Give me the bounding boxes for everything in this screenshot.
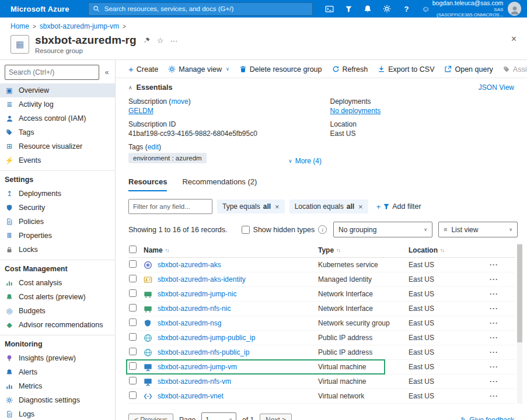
cloud-shell-icon[interactable]: [324, 4, 334, 13]
help-icon[interactable]: [402, 4, 411, 13]
scrollbar-thumb[interactable]: [517, 244, 522, 342]
row-checkbox[interactable]: [129, 377, 137, 384]
table-row[interactable]: sbxbot-azuredm-jump-public_ip Public IP …: [128, 331, 515, 345]
sidebar-item-events[interactable]: Events: [0, 153, 115, 167]
sidebar-item-locks[interactable]: Locks: [0, 243, 115, 257]
tag-chip[interactable]: environment : azuredm: [128, 153, 207, 163]
refresh-button[interactable]: Refresh: [332, 65, 368, 74]
sidebar-item-insights[interactable]: Insights (preview): [0, 351, 115, 365]
row-checkbox[interactable]: [129, 333, 137, 341]
row-actions-ellipsis[interactable]: [490, 261, 515, 269]
edit-tags-link[interactable]: edit: [148, 143, 159, 151]
more-expander[interactable]: More (4): [288, 157, 322, 165]
filter-pill-location[interactable]: Location equals all: [289, 200, 368, 214]
row-actions-ellipsis[interactable]: [490, 304, 515, 313]
tab-recommendations[interactable]: Recommendations (2): [182, 177, 257, 191]
sidebar-item-advisor-cost[interactable]: Advisor recommendations: [0, 318, 115, 332]
table-row[interactable]: sbxbot-azuredm-aks-identity Managed Iden…: [128, 272, 515, 287]
remove-filter-icon[interactable]: [358, 203, 363, 211]
table-row-highlighted[interactable]: sbxbot-azuredm-jump-vm Virtual machine E…: [128, 360, 515, 374]
table-row[interactable]: sbxbot-azuredm-nfs-vm Virtual machine Ea…: [128, 374, 515, 389]
favorite-star-icon[interactable]: [157, 37, 164, 44]
column-header-type[interactable]: Type: [318, 246, 409, 254]
sidebar-item-security[interactable]: Security: [0, 201, 115, 215]
global-search-input[interactable]: [103, 5, 309, 13]
account-info[interactable]: bogdan.teleuca@sas.com SAS (SASOFFICE365…: [430, 0, 503, 18]
give-feedback-link[interactable]: Give feedback: [460, 416, 514, 420]
show-hidden-types-checkbox[interactable]: [242, 226, 250, 234]
info-icon[interactable]: [318, 225, 327, 234]
json-view-link[interactable]: JSON View: [479, 83, 514, 92]
close-blade-icon[interactable]: [511, 34, 516, 44]
breadcrumb-home[interactable]: Home: [11, 22, 29, 30]
previous-page-button[interactable]: < Previous: [128, 414, 173, 420]
resource-link[interactable]: sbxbot-azuredm-vnet: [158, 392, 318, 400]
sidebar-item-access-control[interactable]: Access control (IAM): [0, 111, 115, 125]
sidebar-item-deployments[interactable]: Deployments: [0, 187, 115, 201]
grouping-select[interactable]: No grouping: [333, 222, 432, 237]
deployments-link[interactable]: No deployments: [330, 107, 381, 115]
settings-gear-icon[interactable]: [382, 4, 392, 13]
subscription-link[interactable]: GELDM: [128, 107, 153, 115]
page-number-select[interactable]: 1: [201, 412, 236, 420]
add-filter-button[interactable]: Add filter: [376, 202, 421, 211]
assign-tags-button[interactable]: Assign tags: [503, 65, 527, 74]
create-button[interactable]: Create: [128, 65, 158, 74]
row-actions-ellipsis[interactable]: [490, 392, 515, 400]
sidebar-item-overview[interactable]: Overview: [0, 83, 115, 97]
collapse-essentials-icon[interactable]: [128, 85, 132, 90]
sidebar-item-properties[interactable]: Properties: [0, 229, 115, 243]
sidebar-item-alerts[interactable]: Alerts: [0, 365, 115, 379]
pin-icon[interactable]: [143, 37, 151, 44]
row-actions-ellipsis[interactable]: [490, 334, 515, 342]
column-header-location[interactable]: Location: [409, 246, 490, 254]
row-actions-ellipsis[interactable]: [490, 363, 515, 371]
filter-input[interactable]: [128, 199, 212, 214]
table-row[interactable]: sbxbot-azuredm-vnet Virtual network East…: [128, 389, 515, 404]
resource-link[interactable]: sbxbot-azuredm-nfs-nic: [158, 304, 318, 313]
avatar[interactable]: [508, 2, 521, 16]
open-query-button[interactable]: Open query: [444, 65, 493, 74]
select-all-checkbox[interactable]: [129, 246, 137, 253]
resource-link[interactable]: sbxbot-azuredm-jump-vm: [158, 363, 318, 371]
filter-pill-type[interactable]: Type equals all: [217, 200, 285, 214]
sidebar-item-cost-alerts[interactable]: Cost alerts (preview): [0, 290, 115, 304]
row-checkbox[interactable]: [129, 275, 137, 282]
directory-filter-icon[interactable]: [344, 4, 353, 13]
sidebar-item-diagnostic-settings[interactable]: Diagnostic settings: [0, 393, 115, 407]
sidebar-item-cost-analysis[interactable]: Cost analysis: [0, 276, 115, 290]
sidebar-collapse-icon[interactable]: [102, 69, 112, 76]
row-actions-ellipsis[interactable]: [490, 319, 515, 327]
sidebar-item-policies[interactable]: Policies: [0, 215, 115, 229]
sidebar-item-activity-log[interactable]: Activity log: [0, 97, 115, 111]
breadcrumb-jump-vm[interactable]: sbxbot-azuredm-jump-vm: [40, 22, 119, 30]
resource-link[interactable]: sbxbot-azuredm-nfs-vm: [158, 377, 318, 386]
resource-link[interactable]: sbxbot-azuredm-aks: [158, 261, 318, 269]
row-checkbox[interactable]: [129, 260, 137, 268]
row-checkbox[interactable]: [129, 318, 137, 326]
notifications-bell-icon[interactable]: [363, 4, 372, 13]
table-row[interactable]: sbxbot-azuredm-jump-nic Network Interfac…: [128, 287, 515, 302]
azure-logo[interactable]: Microsoft Azure: [11, 5, 69, 13]
resource-link[interactable]: sbxbot-azuredm-nfs-public_ip: [158, 348, 318, 356]
row-actions-ellipsis[interactable]: [490, 348, 515, 356]
row-actions-ellipsis[interactable]: [490, 275, 515, 284]
export-csv-button[interactable]: Export to CSV: [378, 65, 434, 74]
row-checkbox[interactable]: [129, 391, 137, 399]
table-row[interactable]: sbxbot-azuredm-nsg Network security grou…: [128, 316, 515, 331]
row-checkbox[interactable]: [129, 289, 137, 297]
row-checkbox[interactable]: [129, 362, 137, 370]
header-more-icon[interactable]: [170, 37, 177, 44]
sidebar-item-logs[interactable]: Logs: [0, 407, 115, 420]
table-row[interactable]: sbxbot-azuredm-nfs-nic Network Interface…: [128, 302, 515, 316]
next-page-button[interactable]: Next >: [260, 414, 292, 420]
row-checkbox[interactable]: [129, 304, 137, 312]
sidebar-item-metrics[interactable]: Metrics: [0, 379, 115, 393]
sidebar-item-resource-visualizer[interactable]: Resource visualizer: [0, 139, 115, 153]
tab-resources[interactable]: Resources: [128, 177, 167, 191]
table-row[interactable]: sbxbot-azuredm-nfs-public_ip Public IP a…: [128, 345, 515, 360]
column-header-name[interactable]: Name: [144, 246, 318, 254]
sidebar-item-tags[interactable]: Tags: [0, 125, 115, 139]
global-search[interactable]: [88, 2, 313, 16]
resource-link[interactable]: sbxbot-azuredm-jump-public_ip: [158, 334, 318, 342]
